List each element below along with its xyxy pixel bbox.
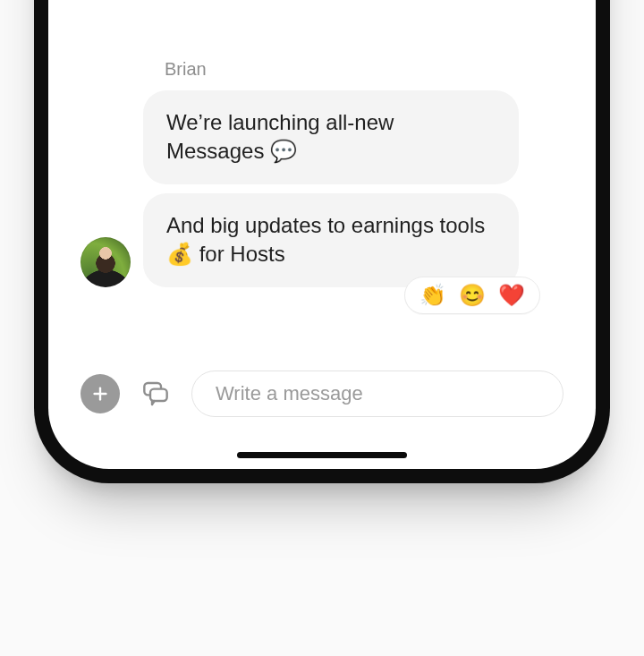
message-input[interactable]: Write a message: [191, 371, 564, 417]
message-thread: Brian We’re launching all-new Messages 💬…: [80, 59, 564, 314]
reaction-smile-icon[interactable]: 😊: [459, 285, 486, 306]
phone-frame: Brian We’re launching all-new Messages 💬…: [34, 0, 610, 483]
phone-screen: Brian We’re launching all-new Messages 💬…: [48, 0, 596, 469]
message-row: We’re launching all-new Messages 💬: [80, 90, 564, 184]
sender-name: Brian: [165, 59, 564, 80]
composer: Write a message: [80, 371, 564, 417]
reaction-bar[interactable]: 👏 😊 ❤️: [404, 277, 540, 314]
add-button[interactable]: [80, 374, 120, 413]
reaction-clap-icon[interactable]: 👏: [419, 285, 446, 306]
message-bubble: We’re launching all-new Messages 💬: [143, 90, 519, 184]
avatar: [80, 237, 131, 287]
avatar-slot: [80, 237, 131, 287]
plus-icon: [90, 384, 110, 404]
home-indicator: [237, 452, 407, 458]
message-bubble: And big updates to earnings tools 💰 for …: [143, 193, 519, 287]
message-row: And big updates to earnings tools 💰 for …: [80, 193, 564, 287]
quick-replies-button[interactable]: [136, 374, 175, 413]
stage: Brian We’re launching all-new Messages 💬…: [0, 0, 644, 656]
reaction-heart-icon[interactable]: ❤️: [498, 285, 525, 306]
chat-bubbles-icon: [141, 379, 170, 408]
svg-rect-3: [150, 389, 167, 401]
